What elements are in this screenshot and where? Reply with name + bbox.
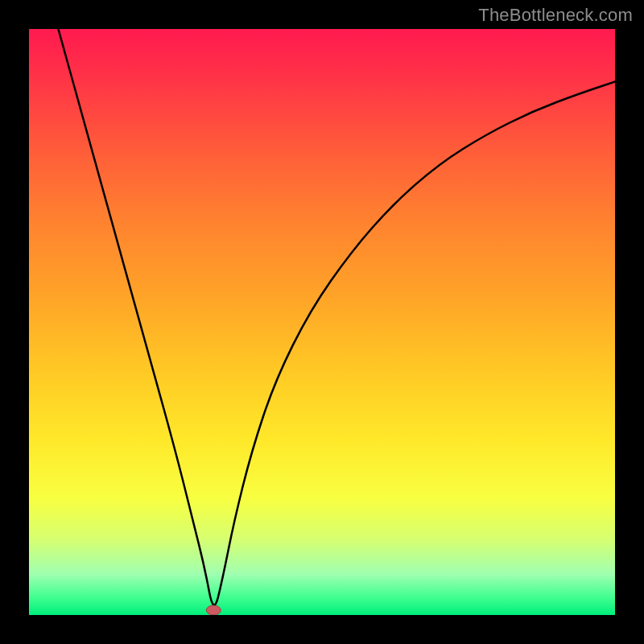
watermark-text: TheBottleneck.com xyxy=(478,5,633,26)
plot-region xyxy=(29,29,615,615)
min-marker-layer xyxy=(29,29,615,615)
chart-frame: TheBottleneck.com xyxy=(0,0,644,644)
min-marker xyxy=(206,605,221,615)
